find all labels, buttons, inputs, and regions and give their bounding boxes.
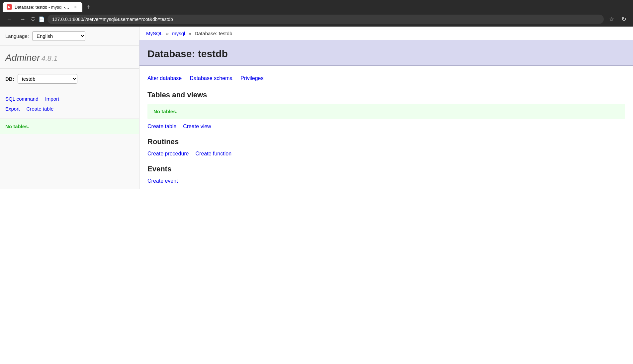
routines-section-title: Routines [147, 137, 625, 146]
events-actions: Create event [147, 178, 625, 184]
routines-actions: Create procedure Create function [147, 151, 625, 157]
adminer-logo-section: Adminer 4.8.1 [0, 46, 139, 69]
sidebar-links: SQL command Import Export Create table [0, 89, 139, 119]
create-procedure-link[interactable]: Create procedure [147, 151, 189, 157]
browser-chrome: A Database: testdb - mysql - Adm × + ← →… [0, 0, 633, 27]
sidebar-create-table-link[interactable]: Create table [27, 106, 54, 112]
create-event-link[interactable]: Create event [147, 178, 178, 184]
sidebar-no-tables: No tables. [0, 119, 139, 134]
export-link[interactable]: Export [5, 106, 20, 112]
sidebar: Language: English Adminer 4.8.1 DB: test… [0, 27, 139, 189]
reload-button[interactable]: ↻ [618, 14, 629, 25]
language-select[interactable]: English [32, 31, 85, 41]
breadcrumb-mysql-link[interactable]: MySQL [146, 31, 162, 36]
content-area: Alter database Database schema Privilege… [139, 66, 633, 189]
language-section: Language: English [0, 27, 139, 46]
db-header-title: Database: testdb [147, 48, 625, 59]
create-view-link[interactable]: Create view [183, 124, 211, 130]
shield-icon: 🛡 [31, 16, 36, 22]
main-content: MySQL » mysql » Database: testdb Databas… [139, 27, 633, 189]
new-tab-button[interactable]: + [84, 3, 93, 12]
privileges-link[interactable]: Privileges [240, 75, 263, 81]
breadcrumb-mysql-server-link[interactable]: mysql [172, 31, 185, 36]
sql-command-link[interactable]: SQL command [5, 96, 39, 102]
tab-close-button[interactable]: × [72, 4, 78, 10]
db-select-section: DB: testdb [0, 69, 139, 89]
tab-bar: A Database: testdb - mysql - Adm × + [0, 0, 633, 12]
active-tab[interactable]: A Database: testdb - mysql - Adm × [3, 2, 82, 12]
events-section-title: Events [147, 165, 625, 173]
breadcrumb-sep-2: » [188, 31, 191, 36]
alter-database-link[interactable]: Alter database [147, 75, 182, 81]
events-section: Events Create event [147, 165, 625, 184]
breadcrumb-sep-1: » [166, 31, 169, 36]
breadcrumb-current: Database: testdb [195, 31, 232, 36]
forward-button[interactable]: → [17, 14, 28, 25]
database-schema-link[interactable]: Database schema [190, 75, 232, 81]
no-tables-message: No tables. [147, 104, 625, 119]
db-label: DB: [5, 76, 14, 82]
table-actions: Create table Create view [147, 124, 625, 130]
browser-actions: ☆ ↻ [606, 14, 629, 25]
tab-favicon: A [7, 4, 12, 10]
breadcrumb: MySQL » mysql » Database: testdb [139, 27, 633, 40]
create-function-link[interactable]: Create function [196, 151, 232, 157]
adminer-title: Adminer [5, 52, 40, 63]
svg-text:A: A [8, 5, 10, 9]
import-link[interactable]: Import [45, 96, 59, 102]
page-layout: Language: English Adminer 4.8.1 DB: test… [0, 27, 633, 189]
tab-title: Database: testdb - mysql - Adm [15, 5, 70, 10]
db-header: Database: testdb [139, 40, 633, 65]
bookmark-button[interactable]: ☆ [606, 14, 617, 25]
tables-section: Tables and views No tables. Create table… [147, 91, 625, 130]
adminer-version: 4.8.1 [41, 54, 57, 62]
back-button[interactable]: ← [4, 14, 15, 25]
language-label: Language: [5, 33, 29, 39]
db-actions: Alter database Database schema Privilege… [147, 71, 625, 88]
create-table-link[interactable]: Create table [147, 124, 176, 130]
tables-section-title: Tables and views [147, 91, 625, 99]
address-bar: ← → 🛡 📄 ☆ ↻ [0, 12, 633, 27]
routines-section: Routines Create procedure Create functio… [147, 137, 625, 157]
url-input[interactable] [47, 15, 604, 24]
page-info-icon: 📄 [39, 16, 45, 22]
db-select[interactable]: testdb [18, 74, 77, 84]
